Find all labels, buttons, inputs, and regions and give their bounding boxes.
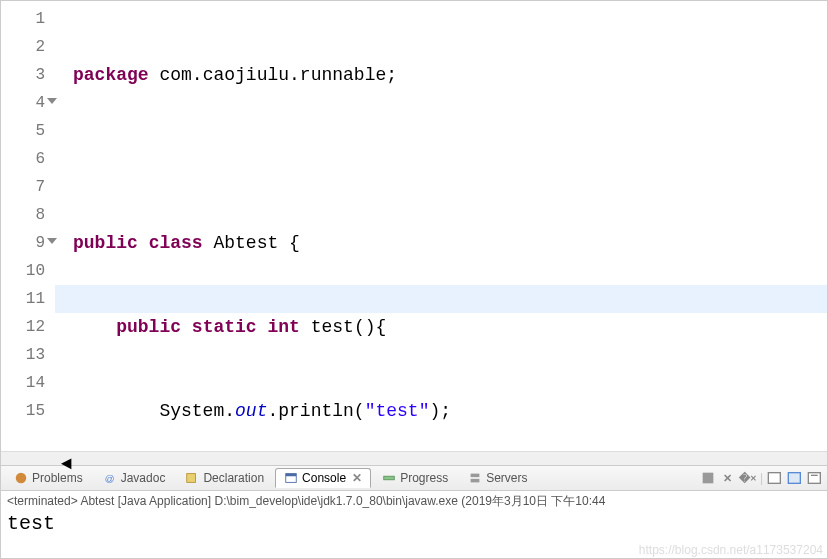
code-text: ); bbox=[429, 401, 451, 421]
line-number: 7 bbox=[1, 173, 45, 201]
line-number: 10 bbox=[1, 257, 45, 285]
tab-problems[interactable]: Problems bbox=[5, 468, 92, 488]
svg-rect-9 bbox=[768, 473, 780, 484]
code-text: Abtest { bbox=[203, 233, 300, 253]
keyword: static bbox=[192, 317, 257, 337]
line-number-gutter: 1 2 3 4 5 6 7 8 9 10 11 12 13 14 15 bbox=[1, 1, 55, 451]
svg-rect-4 bbox=[286, 474, 297, 477]
progress-icon bbox=[382, 471, 396, 485]
keyword: package bbox=[73, 65, 149, 85]
code-text: test(){ bbox=[300, 317, 386, 337]
string-literal: "test" bbox=[365, 401, 430, 421]
line-number: 6 bbox=[1, 145, 45, 173]
terminate-icon[interactable] bbox=[700, 470, 716, 486]
tab-label: Javadoc bbox=[121, 471, 166, 485]
horizontal-scrollbar[interactable]: ◄ bbox=[1, 451, 827, 465]
console-icon bbox=[284, 471, 298, 485]
tab-label: Progress bbox=[400, 471, 448, 485]
pin-console-icon[interactable] bbox=[807, 470, 823, 486]
line-number[interactable]: 9 bbox=[1, 229, 45, 257]
line-number: 15 bbox=[1, 397, 45, 425]
svg-rect-7 bbox=[471, 479, 480, 483]
code-editor[interactable]: 1 2 3 4 5 6 7 8 9 10 11 12 13 14 15 pack… bbox=[1, 1, 827, 451]
close-icon[interactable]: ✕ bbox=[352, 471, 362, 485]
code-content[interactable]: package com.caojiulu.runnable; public cl… bbox=[55, 1, 827, 451]
watermark: https://blog.csdn.net/a1173537204 bbox=[639, 543, 823, 557]
svg-text:@: @ bbox=[104, 473, 114, 484]
console-output: test bbox=[7, 510, 821, 535]
line-number: 12 bbox=[1, 313, 45, 341]
line-number: 14 bbox=[1, 369, 45, 397]
keyword: public bbox=[116, 317, 181, 337]
tab-label: Problems bbox=[32, 471, 83, 485]
tab-label: Servers bbox=[486, 471, 527, 485]
code-text: .println( bbox=[267, 401, 364, 421]
javadoc-icon: @ bbox=[103, 471, 117, 485]
svg-rect-5 bbox=[384, 476, 395, 480]
tab-progress[interactable]: Progress bbox=[373, 468, 457, 488]
svg-point-0 bbox=[16, 473, 27, 484]
line-number: 2 bbox=[1, 33, 45, 61]
tab-label: Declaration bbox=[203, 471, 264, 485]
tab-declaration[interactable]: Declaration bbox=[176, 468, 273, 488]
problems-icon bbox=[14, 471, 28, 485]
servers-icon bbox=[468, 471, 482, 485]
scroll-left-icon[interactable]: ◄ bbox=[61, 454, 71, 464]
console-panel: <terminated> Abtest [Java Application] D… bbox=[1, 491, 827, 537]
console-toolbar: ✕ �✕ | bbox=[700, 470, 823, 486]
svg-rect-6 bbox=[471, 474, 480, 478]
code-text: System. bbox=[73, 401, 235, 421]
svg-rect-8 bbox=[703, 473, 714, 484]
line-number: 5 bbox=[1, 117, 45, 145]
remove-icon[interactable]: ✕ bbox=[720, 470, 736, 486]
line-number: 1 bbox=[1, 5, 45, 33]
line-number[interactable]: 4 bbox=[1, 89, 45, 117]
line-number: 8 bbox=[1, 201, 45, 229]
tab-console[interactable]: Console ✕ bbox=[275, 468, 371, 488]
line-number: 3 bbox=[1, 61, 45, 89]
keyword: class bbox=[149, 233, 203, 253]
remove-all-icon[interactable]: �✕ bbox=[740, 470, 756, 486]
keyword: int bbox=[267, 317, 299, 337]
console-status-line: <terminated> Abtest [Java Application] D… bbox=[7, 493, 821, 510]
declaration-icon bbox=[185, 471, 199, 485]
field-ref: out bbox=[235, 401, 267, 421]
clear-console-icon[interactable] bbox=[767, 470, 783, 486]
svg-rect-10 bbox=[788, 473, 800, 484]
views-tab-bar: Problems @ Javadoc Declaration Console ✕… bbox=[1, 465, 827, 491]
svg-rect-2 bbox=[187, 474, 196, 483]
line-number: 11 bbox=[1, 285, 45, 313]
tab-servers[interactable]: Servers bbox=[459, 468, 536, 488]
svg-rect-11 bbox=[808, 473, 820, 484]
code-text: com.caojiulu.runnable; bbox=[149, 65, 397, 85]
tab-javadoc[interactable]: @ Javadoc bbox=[94, 468, 175, 488]
line-number: 13 bbox=[1, 341, 45, 369]
tab-label: Console bbox=[302, 471, 346, 485]
scroll-lock-icon[interactable] bbox=[787, 470, 803, 486]
keyword: public bbox=[73, 233, 138, 253]
